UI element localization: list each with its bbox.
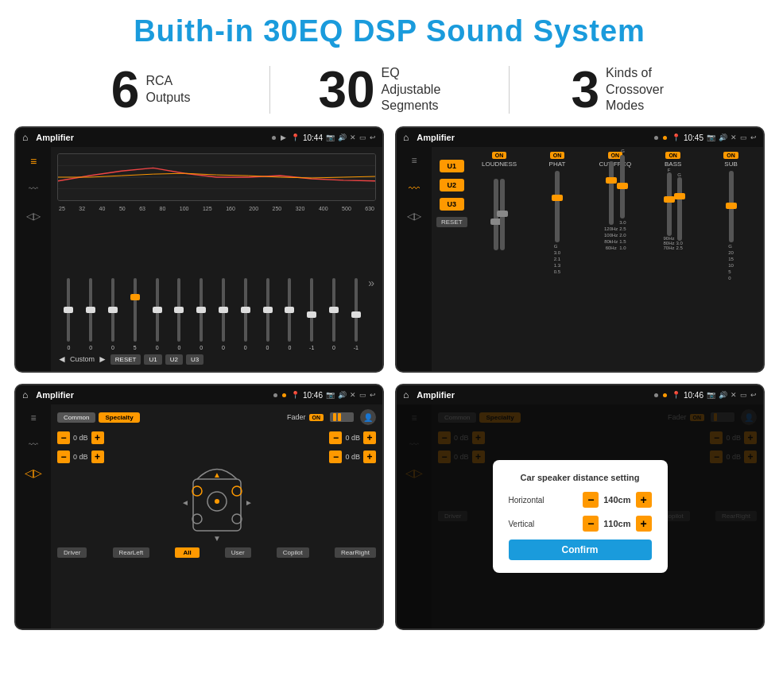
eq-slider-7[interactable]: 0 bbox=[214, 278, 234, 350]
label-sub: SUB bbox=[724, 160, 737, 168]
cutfreq-sliders: F 120Hz 100Hz 80kHz 60Hz G 3.0 bbox=[604, 171, 626, 250]
db-minus-rl[interactable]: − bbox=[57, 451, 70, 463]
fader-on[interactable]: ON bbox=[309, 414, 324, 421]
eq-slider-4[interactable]: 0 bbox=[147, 278, 167, 350]
time-1: 10:44 bbox=[303, 133, 323, 142]
svg-text:▲: ▲ bbox=[213, 470, 221, 479]
pin-icon-2: 📍 bbox=[672, 133, 680, 141]
db-minus-fl[interactable]: − bbox=[57, 431, 70, 444]
label-horizontal: Horizontal bbox=[509, 496, 545, 505]
freq-320: 320 bbox=[296, 206, 305, 211]
u3-button[interactable]: U3 bbox=[186, 354, 203, 365]
preset-u3[interactable]: U3 bbox=[440, 198, 465, 211]
channel-sub: ON SUB G 20 15 10 5 0 bbox=[703, 152, 758, 366]
db-minus-fr[interactable]: − bbox=[329, 431, 342, 444]
status-bar-2: ⌂ Amplifier 📍 10:45 📷 🔊 ✕ ▭ ↩ bbox=[397, 128, 763, 147]
status-dot-1 bbox=[272, 136, 276, 140]
eq-slider-2[interactable]: 0 bbox=[103, 278, 123, 350]
wave-icon-2[interactable]: 〰 bbox=[409, 182, 420, 195]
back-icon-3: ↩ bbox=[370, 391, 376, 399]
speaker-icon[interactable]: ◁▷ bbox=[26, 211, 41, 222]
db-plus-fr[interactable]: + bbox=[363, 431, 376, 444]
horizontal-plus[interactable]: + bbox=[636, 492, 652, 508]
eq-slider-3[interactable]: 5 bbox=[125, 278, 145, 350]
toggle-sub[interactable]: ON bbox=[723, 152, 738, 159]
confirm-button[interactable]: Confirm bbox=[509, 540, 652, 560]
channels: ON LOUDNESS ON PHAT bbox=[472, 152, 758, 366]
eq-slider-10[interactable]: 0 bbox=[280, 278, 300, 350]
phat-labels: G 3.0 2.1 1.3 0.5 bbox=[554, 244, 560, 274]
eq-icon[interactable]: ≡ bbox=[30, 155, 37, 168]
db-row-fr: − 0 dB + bbox=[329, 431, 376, 444]
toggle-phat[interactable]: ON bbox=[550, 152, 565, 159]
eq-bottom-bar: ◄ Custom ► RESET U1 U2 U3 bbox=[57, 350, 376, 365]
db-minus-rr[interactable]: − bbox=[329, 451, 342, 463]
eq-slider-1[interactable]: 0 bbox=[81, 278, 101, 350]
screen-4-body: ≡ 〰 ◁▷ Common Specialty Fader ON 👤 bbox=[397, 404, 763, 628]
btn-rearright[interactable]: RearRight bbox=[335, 547, 376, 558]
home-icon-2[interactable]: ⌂ bbox=[403, 132, 409, 143]
toggle-loudness[interactable]: ON bbox=[492, 152, 507, 159]
left-db-controls: − 0 dB + − 0 dB + bbox=[57, 431, 104, 543]
wave-icon-3[interactable]: 〰 bbox=[29, 439, 38, 451]
home-icon-1[interactable]: ⌂ bbox=[22, 132, 28, 143]
preset-u2[interactable]: U2 bbox=[440, 179, 465, 191]
channel-cutfreq: ON CUT FREQ F 120Hz 100Hz 80kHz 60Hz bbox=[587, 152, 642, 366]
expand-icon[interactable]: » bbox=[368, 277, 374, 289]
eq-slider-9[interactable]: 0 bbox=[258, 278, 277, 350]
home-icon-4[interactable]: ⌂ bbox=[403, 389, 409, 400]
fader-slider[interactable] bbox=[330, 412, 354, 422]
prev-icon[interactable]: ◄ bbox=[57, 354, 67, 365]
tab-specialty[interactable]: Specialty bbox=[99, 412, 139, 423]
u2-button[interactable]: U2 bbox=[165, 354, 183, 365]
reset-button[interactable]: RESET bbox=[110, 354, 141, 365]
freq-40: 40 bbox=[99, 206, 106, 211]
eq-slider-11[interactable]: -1 bbox=[302, 278, 322, 350]
eq-slider-12[interactable]: 0 bbox=[324, 278, 344, 350]
wave-icon[interactable]: 〰 bbox=[29, 184, 38, 195]
camera-icon: 📷 bbox=[326, 133, 335, 141]
eq-icon-2[interactable]: ≡ bbox=[411, 155, 417, 166]
btn-driver[interactable]: Driver bbox=[57, 547, 87, 558]
next-icon[interactable]: ► bbox=[98, 354, 107, 365]
preset-custom-label: Custom bbox=[70, 355, 95, 363]
btn-copilot[interactable]: Copilot bbox=[277, 547, 309, 558]
db-plus-fl[interactable]: + bbox=[91, 431, 104, 444]
db-row-fl: − 0 dB + bbox=[57, 431, 104, 444]
btn-rearleft[interactable]: RearLeft bbox=[113, 547, 150, 558]
status-bar-3: ⌂ Amplifier 📍 10:46 📷 🔊 ✕ ▭ ↩ bbox=[16, 385, 382, 404]
freq-200: 200 bbox=[249, 206, 258, 211]
horizontal-minus[interactable]: − bbox=[583, 492, 599, 508]
btn-all[interactable]: All bbox=[175, 547, 199, 558]
x-icon-2: ✕ bbox=[731, 133, 737, 141]
tab-common[interactable]: Common bbox=[57, 412, 95, 423]
eq-slider-5[interactable]: 0 bbox=[169, 278, 189, 350]
rect-icon: ▭ bbox=[359, 133, 366, 141]
vertical-plus[interactable]: + bbox=[636, 516, 652, 532]
eq-slider-13[interactable]: -1 bbox=[346, 278, 366, 350]
btn-user[interactable]: User bbox=[225, 547, 251, 558]
toggle-bass[interactable]: ON bbox=[665, 152, 680, 159]
eq-sliders: 0 0 0 5 0 bbox=[57, 215, 376, 350]
channel-loudness: ON LOUDNESS bbox=[472, 152, 527, 366]
db-plus-rr[interactable]: + bbox=[363, 451, 376, 463]
eq-slider-8[interactable]: 0 bbox=[235, 278, 255, 350]
vertical-minus[interactable]: − bbox=[583, 516, 599, 532]
u1-button[interactable]: U1 bbox=[144, 354, 161, 365]
svg-point-6 bbox=[232, 486, 242, 496]
preset-u1[interactable]: U1 bbox=[440, 160, 465, 172]
eq-slider-6[interactable]: 0 bbox=[192, 278, 211, 350]
home-icon-3[interactable]: ⌂ bbox=[22, 389, 28, 400]
stat-rca: 6 RCAOutputs bbox=[32, 64, 269, 115]
db-value-rl: 0 dB bbox=[73, 453, 88, 461]
person-icon[interactable]: 👤 bbox=[360, 409, 376, 425]
db-plus-rl[interactable]: + bbox=[91, 451, 104, 463]
reset-btn-2[interactable]: RESET bbox=[436, 217, 467, 227]
speaker-icon-2[interactable]: ◁▷ bbox=[407, 211, 421, 222]
db-row-rl: − 0 dB + bbox=[57, 451, 104, 463]
eq-slider-0[interactable]: 0 bbox=[59, 278, 79, 350]
stat-eq: 30 EQ AdjustableSegments bbox=[270, 64, 508, 115]
speaker-icon-3[interactable]: ◁▷ bbox=[25, 466, 42, 479]
eq-icon-3[interactable]: ≡ bbox=[30, 412, 36, 423]
status-dot-4b bbox=[663, 393, 667, 397]
